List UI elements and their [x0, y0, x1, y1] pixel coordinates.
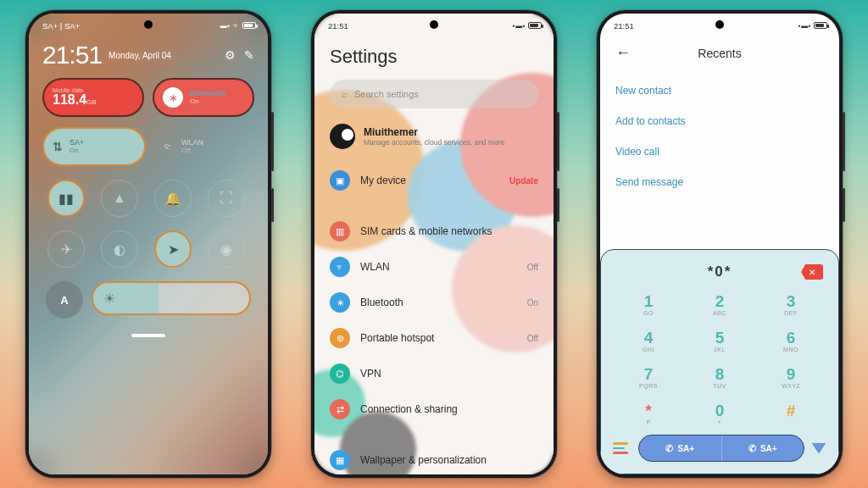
key-8[interactable]: 8TUV [684, 362, 755, 393]
battery-icon [814, 22, 827, 29]
account-name: Miuithemer [364, 126, 526, 138]
backspace-button[interactable]: ✕ [801, 264, 823, 280]
search-settings-input[interactable]: ⌕ Search settings [330, 80, 538, 108]
search-icon: ⌕ [342, 89, 348, 99]
menu-send-message[interactable]: Send message [615, 167, 824, 197]
account-row[interactable]: Miuithemer Manage accounts, cloud servic… [330, 120, 538, 163]
key-5[interactable]: 5JKL [684, 325, 755, 357]
airplane-tile[interactable]: ✈ [47, 230, 85, 268]
edit-icon[interactable]: ✎ [244, 48, 254, 62]
location-tile[interactable]: ➤ [154, 230, 192, 268]
row-icon: ▣ [330, 170, 350, 191]
key-0[interactable]: 0+ [684, 398, 755, 430]
signal-icon: ▬▪ [220, 22, 231, 30]
flashlight-tile[interactable]: ▲ [101, 180, 138, 217]
brightness-slider[interactable]: ☀ [92, 281, 251, 315]
key-7[interactable]: 7PQRS [613, 362, 684, 393]
row-icon: ▥ [330, 221, 350, 241]
settings-row-sim-cards-mobile-networks[interactable]: ▥SIM cards & mobile networks [330, 214, 538, 249]
carrier-label: SA+ | SA+ [42, 21, 80, 30]
clock: 21:51 [42, 41, 102, 69]
status-time: 21:51 [614, 21, 634, 30]
bluetooth-toggle[interactable]: ∗ BluetoothOn [153, 78, 254, 117]
phone-control-center: SA+ | SA+ ▬▪ ᯤ 21:51 Monday, April 04 ⚙ … [25, 10, 271, 478]
chevron-right-icon: › [534, 130, 538, 143]
phone-settings: 21:51 ▪▬▪ Settings ⌕ Search settings Miu… [311, 10, 557, 478]
phone-icon: ✆ [748, 443, 756, 454]
eye-comfort-tile[interactable]: ◉ [208, 230, 245, 268]
search-placeholder: Search settings [354, 89, 419, 99]
settings-row-portable-hotspot[interactable]: ⊚Portable hotspotOff [330, 320, 538, 356]
recents-title: Recents [615, 47, 824, 60]
battery-icon [242, 22, 256, 29]
bluetooth-icon: ∗ [163, 87, 183, 108]
dialed-number: *0* [708, 263, 732, 280]
auto-brightness-button[interactable]: A [46, 281, 83, 319]
dnd-tile[interactable]: 🔔 [154, 180, 192, 217]
row-icon: ⇄ [330, 399, 350, 419]
dark-mode-tile[interactable]: ◐ [101, 230, 138, 268]
drag-handle[interactable] [131, 334, 165, 337]
row-icon: ⊚ [330, 328, 350, 348]
dialer-menu-button[interactable] [613, 442, 632, 454]
wlan-toggle[interactable]: ᯤ WLANOff [154, 127, 254, 166]
row-icon: ▦ [330, 450, 350, 470]
settings-row-bluetooth[interactable]: ∗BluetoothOn [330, 285, 538, 320]
call-sim2-button[interactable]: ✆SA+ [722, 435, 804, 461]
key-6[interactable]: 6MNO [755, 325, 826, 357]
key-1[interactable]: 1GO [613, 289, 684, 320]
row-icon: ∗ [330, 292, 350, 313]
settings-row-connection-sharing[interactable]: ⇄Connection & sharing [330, 391, 538, 427]
key-hash[interactable]: # [755, 398, 826, 430]
avatar [330, 124, 355, 149]
menu-new-contact[interactable]: New contact [615, 75, 824, 106]
sim-toggle[interactable]: ⇅ SA+On [42, 127, 146, 166]
row-icon: ⌬ [330, 363, 350, 384]
signal-icon: ▪▬▪ [798, 22, 811, 30]
call-sim1-button[interactable]: ✆SA+ [639, 435, 722, 461]
settings-row-wallpaper-personalization[interactable]: ▦Wallpaper & personalization [330, 442, 538, 474]
key-4[interactable]: 4GHI [613, 325, 684, 357]
menu-video-call[interactable]: Video call [615, 136, 824, 167]
date-label: Monday, April 04 [108, 51, 171, 60]
camera-punch-hole [715, 20, 724, 29]
phone-dialer: 21:51 ▪▬▪ ← Recents New contactAdd to co… [597, 10, 843, 478]
showcase-stage: SA+ | SA+ ▬▪ ᯤ 21:51 Monday, April 04 ⚙ … [0, 0, 868, 488]
brightness-icon: ☀ [103, 291, 115, 307]
row-icon: ᯤ [330, 257, 350, 277]
page-title: Settings [330, 46, 538, 68]
status-time: 21:51 [328, 21, 348, 30]
key-2[interactable]: 2ABC [684, 289, 755, 320]
camera-punch-hole [430, 20, 438, 29]
menu-add-to-contacts[interactable]: Add to contacts [615, 106, 824, 136]
key-star[interactable]: *P [613, 398, 684, 430]
key-3[interactable]: 3DEF [755, 289, 826, 320]
camera-punch-hole [144, 20, 153, 29]
vibrate-tile[interactable]: ▮▮ [47, 180, 85, 217]
wifi-icon: ᯤ [233, 22, 241, 30]
mobile-data-toggle[interactable]: Mobile data 118.4GB [42, 78, 144, 117]
dial-pad: *0* ✕ 1GO2ABC3DEF4GHI5JKL6MNO7PQRS8TUV9W… [600, 249, 839, 474]
collapse-pad-button[interactable] [812, 443, 826, 453]
screenshot-tile[interactable]: ⛶ [208, 180, 245, 217]
key-9[interactable]: 9WXYZ [755, 362, 826, 393]
sim-swap-icon: ⇅ [53, 140, 63, 153]
settings-gear-icon[interactable]: ⚙ [225, 48, 236, 62]
wifi-icon: ᯤ [163, 140, 175, 153]
account-desc: Manage accounts, cloud services, and mor… [364, 138, 526, 147]
settings-row-vpn[interactable]: ⌬VPN [330, 356, 538, 391]
phone-icon: ✆ [665, 443, 673, 454]
settings-row-my-device[interactable]: ▣My deviceUpdate [330, 163, 538, 198]
settings-row-wlan[interactable]: ᯤWLANOff [330, 249, 538, 285]
battery-icon [528, 22, 542, 29]
signal-icon: ▪▬▪ [513, 22, 526, 30]
